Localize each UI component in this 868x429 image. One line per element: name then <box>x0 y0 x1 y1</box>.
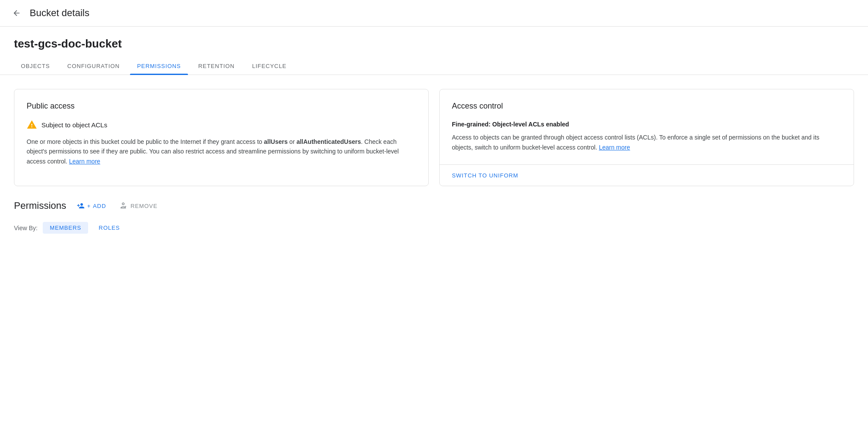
access-control-learn-more[interactable]: Learn more <box>599 144 630 151</box>
card-action: SWITCH TO UNIFORM <box>440 165 854 186</box>
access-control-description: Fine-grained: Object-level ACLs enabled … <box>452 119 841 152</box>
access-control-title: Access control <box>452 102 841 111</box>
tab-permissions[interactable]: PERMISSIONS <box>130 58 188 75</box>
desc-bold1: allUsers <box>264 138 287 145</box>
tab-lifecycle[interactable]: LIFECYCLE <box>245 58 294 75</box>
permissions-section: Permissions +⁠ ADD REMOVE View By: MEMBE… <box>14 200 854 234</box>
public-access-title: Public access <box>27 102 416 111</box>
view-by-row: View By: MEMBERS ROLES <box>14 222 854 234</box>
desc-part2: or <box>287 138 296 145</box>
access-control-bold: Fine-grained: Object-level ACLs enabled <box>452 119 841 129</box>
public-access-learn-more[interactable]: Learn more <box>69 158 100 165</box>
access-control-card: Access control Fine-grained: Object-leve… <box>439 89 854 186</box>
public-access-card: Public access Subject to object ACLs One… <box>14 89 429 186</box>
remove-button[interactable]: REMOVE <box>116 200 161 211</box>
warning-title: Subject to object ACLs <box>41 121 107 129</box>
tab-configuration[interactable]: CONFIGURATION <box>60 58 126 75</box>
view-by-label: View By: <box>14 225 38 232</box>
view-members-tab[interactable]: MEMBERS <box>43 222 88 234</box>
warning-icon <box>27 119 37 130</box>
remove-button-label: REMOVE <box>130 203 157 209</box>
public-access-description: One or more objects in this bucket could… <box>27 137 416 166</box>
switch-to-uniform-button[interactable]: SWITCH TO UNIFORM <box>452 172 518 179</box>
tabs-nav: OBJECTS CONFIGURATION PERMISSIONS RETENT… <box>0 58 868 75</box>
view-roles-tab[interactable]: ROLES <box>92 222 127 234</box>
desc-bold2: allAuthenticatedUsers <box>297 138 361 145</box>
warning-row: Subject to object ACLs <box>27 119 416 130</box>
permissions-header: Permissions +⁠ ADD REMOVE <box>14 200 854 211</box>
add-button-label: +⁠ ADD <box>87 203 106 209</box>
add-button[interactable]: +⁠ ADD <box>73 200 109 211</box>
page-title: Bucket details <box>30 7 89 19</box>
add-person-icon <box>77 202 85 210</box>
main-content: Public access Subject to object ACLs One… <box>0 75 868 248</box>
tab-objects[interactable]: OBJECTS <box>14 58 57 75</box>
bucket-name: test-gcs-doc-bucket <box>0 27 868 51</box>
access-control-desc-text: Access to objects can be granted through… <box>452 134 820 150</box>
public-access-card-body: Public access Subject to object ACLs One… <box>14 89 428 178</box>
tab-retention[interactable]: RETENTION <box>191 58 242 75</box>
page-header: Bucket details <box>0 0 868 27</box>
desc-part1: One or more objects in this bucket could… <box>27 138 264 145</box>
back-button[interactable] <box>10 7 23 19</box>
access-control-card-body: Access control Fine-grained: Object-leve… <box>440 89 854 164</box>
cards-row: Public access Subject to object ACLs One… <box>14 89 854 186</box>
permissions-section-title: Permissions <box>14 200 66 211</box>
remove-person-icon <box>120 202 128 210</box>
